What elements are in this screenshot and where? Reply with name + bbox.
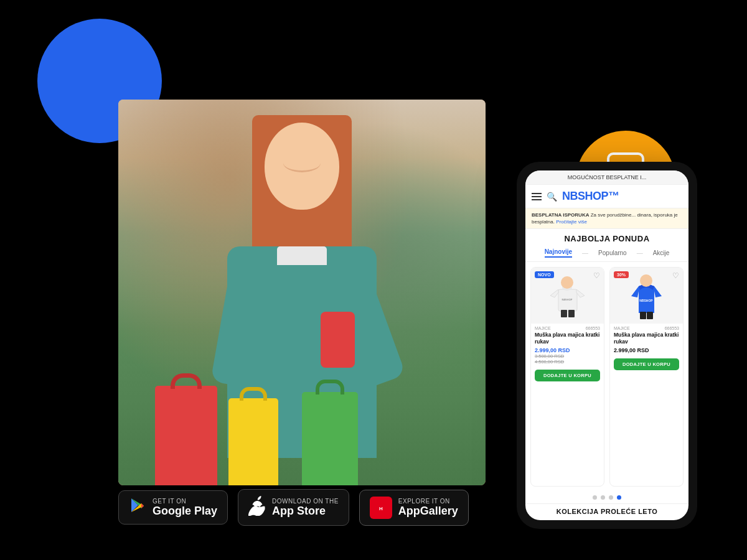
google-play-large-text: Google Play xyxy=(153,505,217,518)
logo-text: NBSHOP xyxy=(562,190,608,202)
app-store-text: Download on the App Store xyxy=(272,498,339,518)
product-price-old1-1: 3.500,00 RSD xyxy=(535,353,600,359)
svg-rect-15 xyxy=(647,312,653,319)
app-store-buttons: GET IT ON Google Play Download on the Ap… xyxy=(118,489,469,526)
product-price-2: 2.999,00 RSD xyxy=(614,347,679,353)
topbar-text: MOGUĆNOST BESPLATNE I... xyxy=(568,174,647,180)
google-play-icon xyxy=(129,497,146,518)
huawei-button[interactable]: H EXPLORE IT ON AppGallery xyxy=(359,490,469,526)
dot-1[interactable] xyxy=(593,495,597,500)
section-title: NAJBOLJA PONUDA xyxy=(525,229,688,246)
hoodie-svg: NBSHOP xyxy=(626,273,667,319)
apple-icon xyxy=(248,496,266,519)
product-badge-novo: NOVO xyxy=(535,271,554,278)
tab-separator-1: — xyxy=(582,250,588,256)
main-scene: GET IT ON Google Play Download on the Ap… xyxy=(0,0,747,560)
product-name-2: Muška plava majica kratki rukav xyxy=(614,332,679,345)
dot-4-active[interactable] xyxy=(617,495,621,500)
dot-2[interactable] xyxy=(601,495,605,500)
phone-navbar: 🔍 NBSHOP™ xyxy=(525,185,688,208)
product-badge-discount: 30% xyxy=(614,271,629,278)
svg-rect-8 xyxy=(561,310,567,317)
svg-rect-14 xyxy=(640,312,646,319)
huawei-small-text: EXPLORE IT ON xyxy=(398,498,458,505)
product-name-1: Muška plava majica kratki rukav xyxy=(535,332,600,345)
hamburger-menu[interactable] xyxy=(532,193,542,200)
products-grid: NOVO ♡ NBSHOP xyxy=(525,262,688,492)
svg-point-10 xyxy=(561,276,573,289)
product-category-2: MAJICE 666553 xyxy=(614,326,679,330)
banner-read-more-link[interactable]: Pročitajte više xyxy=(556,219,587,225)
svg-point-13 xyxy=(640,274,652,287)
app-store-large-text: App Store xyxy=(272,505,339,518)
phone-topbar: MOGUĆNOST BESPLATNE I... xyxy=(525,170,688,185)
product-category-1: MAJICE 666553 xyxy=(535,326,600,330)
product-card-1: NOVO ♡ NBSHOP xyxy=(530,267,604,487)
tab-separator-2: — xyxy=(637,250,643,256)
search-icon[interactable]: 🔍 xyxy=(547,192,557,202)
tab-popularno[interactable]: Popularno xyxy=(598,250,627,256)
dot-3[interactable] xyxy=(609,495,613,500)
tab-akcije[interactable]: Akcije xyxy=(653,250,670,256)
phone-screen: MOGUĆNOST BESPLATNE I... 🔍 NBSHOP™ BESPL… xyxy=(525,170,688,520)
phone-mockup: MOGUĆNOST BESPLATNE I... 🔍 NBSHOP™ BESPL… xyxy=(517,162,697,529)
add-to-cart-1[interactable]: DODAJTE U KORPU xyxy=(535,370,600,381)
hero-photo xyxy=(118,100,486,485)
product-meta-1: MAJICE 666553 Muška plava majica kratki … xyxy=(531,324,604,367)
google-play-text: GET IT ON Google Play xyxy=(153,498,217,518)
huawei-text: EXPLORE IT ON AppGallery xyxy=(398,498,458,518)
google-play-small-text: GET IT ON xyxy=(153,498,217,505)
collection-title: KOLEKCIJA PROLEĆE LETO xyxy=(525,503,688,520)
product-card-2: 30% ♡ NBSHOP xyxy=(609,267,684,487)
banner-bold-text: BESPLATNA ISPORUKA xyxy=(532,212,589,218)
store-logo: NBSHOP™ xyxy=(562,190,682,203)
svg-text:NBSHOP: NBSHOP xyxy=(562,298,573,301)
product-price-new-1: 2.999,00 RSD xyxy=(535,347,600,353)
svg-text:H: H xyxy=(379,506,383,511)
product-meta-2: MAJICE 666553 Muška plava majica kratki … xyxy=(610,324,683,356)
svg-marker-4 xyxy=(550,289,558,297)
svg-marker-5 xyxy=(576,289,585,297)
huawei-icon: H xyxy=(370,497,392,519)
product-tabs: Najnovije — Popularno — Akcije xyxy=(525,246,688,262)
product-heart-1[interactable]: ♡ xyxy=(593,271,600,280)
product-heart-2[interactable]: ♡ xyxy=(672,271,679,280)
svg-rect-9 xyxy=(568,310,575,317)
product-price-old2-1: 4.500,00 RSD xyxy=(535,359,600,365)
app-store-button[interactable]: Download on the App Store xyxy=(238,489,349,526)
tab-najnovije[interactable]: Najnovije xyxy=(545,248,572,258)
person-silhouette xyxy=(118,100,486,485)
huawei-large-text: AppGallery xyxy=(398,505,458,518)
google-play-button[interactable]: GET IT ON Google Play xyxy=(118,490,228,525)
add-to-cart-2[interactable]: DODAJTE U KORPU xyxy=(614,358,679,370)
pagination-dots xyxy=(525,492,688,503)
tshirt-svg: NBSHOP xyxy=(547,274,588,317)
app-store-small-text: Download on the xyxy=(272,498,339,505)
delivery-banner: BESPLATNA ISPORUKA Za sve porudžbine... … xyxy=(525,208,688,229)
svg-text:NBSHOP: NBSHOP xyxy=(639,299,653,302)
